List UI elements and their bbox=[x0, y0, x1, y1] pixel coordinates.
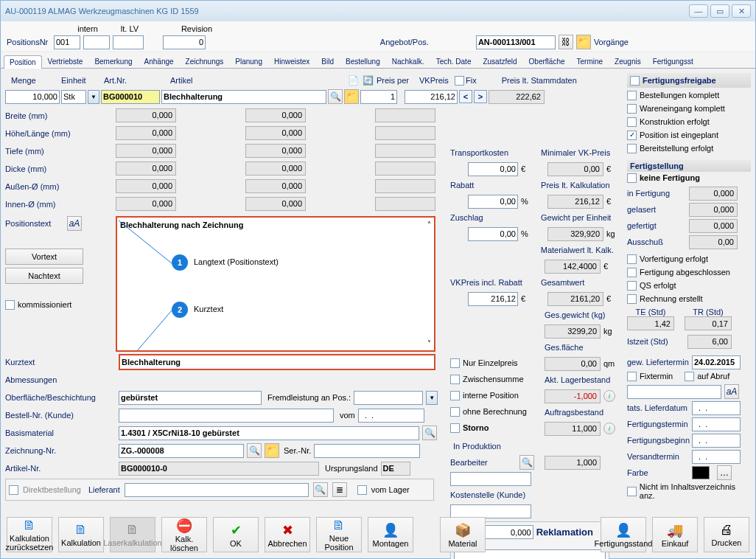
checkbox-direktbestellung[interactable] bbox=[9, 485, 18, 495]
tab-bemerkung[interactable]: Bemerkung bbox=[88, 55, 138, 68]
tab-bestellung[interactable]: Bestellung bbox=[340, 55, 386, 68]
tab-fertigung[interactable]: Fertigungsst bbox=[647, 55, 699, 68]
tab-hinweistext[interactable]: Hinweistex bbox=[268, 55, 315, 68]
vortext-button[interactable]: Vortext bbox=[5, 249, 83, 265]
scroll-up-icon[interactable]: ˄ bbox=[427, 221, 431, 229]
checkbox-ohne-berechnung[interactable] bbox=[450, 407, 460, 417]
folder-artikel-icon[interactable]: 📁 bbox=[344, 89, 359, 104]
checkbox-konstruktion[interactable] bbox=[627, 117, 637, 127]
gew-liefer-input[interactable] bbox=[692, 355, 741, 369]
checkbox-rechnung[interactable] bbox=[627, 294, 637, 304]
dim-aussen-3[interactable] bbox=[375, 179, 435, 193]
doc-refresh-icon[interactable]: 🔄 bbox=[360, 73, 375, 88]
fremdleistung-dropdown[interactable]: ▼ bbox=[426, 391, 438, 405]
info-auftrag-icon[interactable]: i bbox=[603, 423, 615, 434]
checkbox-interne-pos[interactable] bbox=[450, 391, 460, 400]
dim-tiefe-2[interactable]: 0,000 bbox=[245, 144, 306, 158]
einkauf-button[interactable]: 🚚Einkauf bbox=[652, 517, 698, 552]
artnr-input[interactable] bbox=[101, 90, 160, 104]
material-button[interactable]: 📦Material bbox=[440, 517, 486, 552]
dim-innen-1[interactable]: 0,000 bbox=[116, 197, 176, 211]
checkbox-fix[interactable] bbox=[455, 76, 464, 86]
dim-tiefe-3[interactable] bbox=[375, 144, 435, 158]
tab-planung[interactable]: Planung bbox=[229, 55, 268, 68]
prev-button[interactable]: < bbox=[459, 90, 472, 103]
search-zeichnung-icon[interactable]: 🔍 bbox=[247, 443, 262, 458]
dim-innen-2[interactable]: 0,000 bbox=[245, 197, 306, 211]
checkbox-fertigung-abg[interactable] bbox=[627, 268, 637, 277]
maximize-button[interactable]: ▭ bbox=[710, 4, 729, 18]
dim-dicke-1[interactable]: 0,000 bbox=[116, 162, 176, 176]
search-artikel-icon[interactable]: 🔍 bbox=[328, 89, 343, 104]
dim-breite-1[interactable]: 0,000 bbox=[116, 108, 176, 122]
artikel-input[interactable] bbox=[161, 90, 326, 104]
checkbox-nur-einzel[interactable] bbox=[450, 358, 460, 368]
checkbox-qs[interactable] bbox=[627, 281, 637, 291]
kalkulation-button[interactable]: 🗎Kalkulation bbox=[58, 517, 104, 552]
kalk-loeschen-button[interactable]: ⛔Kalk. löschen bbox=[161, 517, 207, 552]
nachtext-button[interactable]: Nachtext bbox=[5, 268, 83, 284]
tab-nachkalk[interactable]: Nachkalk. bbox=[386, 55, 430, 68]
checkbox-fertigungsfreigabe[interactable] bbox=[630, 76, 640, 86]
vom-input[interactable] bbox=[358, 409, 424, 423]
revision-input[interactable] bbox=[163, 35, 206, 49]
close-button[interactable]: ✕ bbox=[732, 4, 751, 18]
positionstext-edit-icon[interactable]: aA bbox=[67, 216, 82, 231]
checkbox-nicht-inhalt[interactable] bbox=[627, 487, 637, 496]
search-lieferant-icon[interactable]: 🔍 bbox=[313, 482, 328, 497]
dim-dicke-2[interactable]: 0,000 bbox=[245, 162, 306, 176]
next-button[interactable]: > bbox=[474, 90, 487, 103]
oberflaeche-input[interactable] bbox=[119, 391, 262, 405]
ok-button[interactable]: ✔OK bbox=[213, 517, 259, 552]
checkbox-bereitstellung[interactable] bbox=[627, 144, 637, 153]
dim-tiefe-1[interactable]: 0,000 bbox=[116, 144, 176, 158]
dim-breite-3[interactable] bbox=[375, 108, 435, 122]
checkbox-aufabruf[interactable] bbox=[685, 372, 694, 381]
rabatt-input[interactable] bbox=[468, 195, 518, 209]
tab-anhaenge[interactable]: Anhänge bbox=[139, 55, 180, 68]
lieferant-input[interactable] bbox=[125, 483, 309, 497]
transportkosten-input[interactable] bbox=[468, 162, 518, 176]
kurztext-input[interactable] bbox=[119, 354, 435, 370]
einheit-input[interactable] bbox=[61, 90, 86, 104]
tab-bild[interactable]: Bild bbox=[315, 55, 340, 68]
dim-hoehe-1[interactable]: 0,000 bbox=[116, 126, 176, 140]
tab-zeugnis[interactable]: Zeugnis bbox=[609, 55, 647, 68]
abruf-text-input[interactable] bbox=[627, 385, 721, 399]
checkbox-storno[interactable] bbox=[450, 423, 460, 433]
montagen-button[interactable]: 👤Montagen bbox=[368, 517, 413, 552]
vkpreis-incl-input[interactable] bbox=[468, 292, 518, 306]
checkbox-zwischensumme[interactable] bbox=[450, 375, 460, 384]
dim-dicke-3[interactable] bbox=[375, 162, 435, 176]
checkbox-pos-eingeplant[interactable] bbox=[627, 131, 637, 140]
tab-termine[interactable]: Termine bbox=[571, 55, 609, 68]
dim-hoehe-2[interactable]: 0,000 bbox=[245, 126, 306, 140]
positionsnr-input[interactable] bbox=[54, 35, 80, 49]
tab-techdaten[interactable]: Tech. Date bbox=[430, 55, 477, 68]
checkbox-best-komplett[interactable] bbox=[627, 91, 637, 100]
tab-position[interactable]: Position bbox=[4, 55, 42, 69]
kalk-zurueck-button[interactable]: 🗎Kalkulation zurücksetzen bbox=[7, 517, 52, 552]
intern-input[interactable] bbox=[83, 35, 110, 49]
zeichnung-input[interactable] bbox=[119, 444, 244, 458]
abbrechen-button[interactable]: ✖Abbrechen bbox=[265, 517, 310, 552]
search-basismaterial-icon[interactable]: 🔍 bbox=[422, 426, 437, 440]
versand-input[interactable] bbox=[692, 450, 741, 464]
drucken-button[interactable]: 🖨Drucken bbox=[704, 517, 749, 552]
checkbox-vorfertigung[interactable] bbox=[627, 254, 637, 264]
farbe-swatch[interactable] bbox=[692, 466, 710, 479]
neue-position-button[interactable]: 🗎Neue Position bbox=[316, 517, 362, 552]
bearbeiter-input[interactable] bbox=[450, 472, 531, 486]
kostenstelle-input[interactable] bbox=[450, 504, 531, 518]
folder-icon[interactable]: 📁 bbox=[576, 35, 591, 49]
scroll-down-icon[interactable]: ˅ bbox=[427, 339, 431, 347]
fertigungsstand-button[interactable]: 👤Fertigungsstand bbox=[601, 517, 646, 552]
tab-oberflaeche[interactable]: Oberfläche bbox=[523, 55, 571, 68]
basismaterial-input[interactable] bbox=[119, 426, 419, 440]
dim-aussen-1[interactable]: 0,000 bbox=[116, 179, 176, 193]
checkbox-vomlager[interactable] bbox=[357, 485, 367, 495]
farbe-more-icon[interactable]: … bbox=[717, 465, 732, 480]
ltlv-input[interactable] bbox=[113, 35, 144, 49]
minimize-button[interactable]: — bbox=[689, 4, 708, 18]
preisper-input[interactable] bbox=[360, 90, 397, 104]
